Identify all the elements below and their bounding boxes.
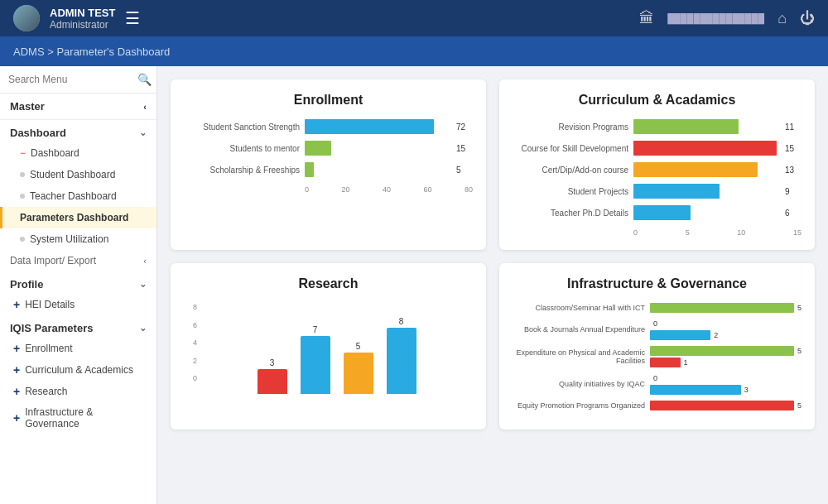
sidebar-item-infrastructure[interactable]: + Infrastructure & Governance: [0, 402, 156, 434]
hbar-bar-wrap: [633, 162, 777, 177]
infra-hbar-row: Equity Promotion Programs Organized5: [513, 401, 802, 410]
curriculum-title: Curriculum & Acadamics: [513, 93, 802, 108]
sidebar-item-enrollment[interactable]: + Enrollment: [0, 338, 156, 359]
infra-val1: 5: [797, 347, 802, 355]
infra-bar1: [650, 346, 794, 356]
user-role: Administrator: [50, 19, 115, 31]
home-icon[interactable]: ⌂: [777, 10, 787, 27]
hbar-row: Students to mentor15: [184, 141, 473, 156]
sidebar-section-label-iqis: IQIS Parameters: [10, 322, 93, 334]
sidebar-master[interactable]: Master ‹: [0, 94, 156, 120]
hbar-bar-wrap: [305, 119, 448, 134]
sidebar-section-data-import[interactable]: Data Import/ Export ‹: [0, 250, 156, 271]
vbar-value: 3: [270, 358, 275, 367]
breadcrumb-prefix: ADMS: [13, 46, 45, 58]
hbar-row: Student Sanction Strength72: [184, 119, 473, 134]
hbar-row: Revision Programs11: [513, 119, 802, 134]
hbar-row: Scholarship & Freeships5: [184, 162, 473, 177]
sidebar-item-student-dashboard[interactable]: Student Dashboard: [0, 164, 156, 185]
vbar-area: 3758: [200, 303, 473, 394]
hbar-label: Students to mentor: [184, 144, 300, 153]
hbar-bar-wrap: [633, 205, 777, 220]
enrollment-chart: Student Sanction Strength72Students to m…: [184, 119, 473, 194]
enrollment-title: Enrollment: [184, 93, 473, 108]
research-chart: 864203758: [184, 303, 473, 394]
research-card: Research 864203758: [171, 263, 486, 430]
infra-hbar-label: Equity Promotion Programs Organized: [513, 401, 645, 410]
sub-nav: ADMS > Parameter's Dashboard: [0, 36, 828, 66]
hbar-bar: [633, 119, 739, 134]
infra-bars-wrap: 5: [650, 401, 802, 410]
curriculum-chart: Revision Programs11Course for Skill Deve…: [513, 119, 802, 237]
infra-val2: 3: [744, 386, 749, 394]
infra-val2: 1: [684, 358, 688, 367]
infra-bar1: [650, 401, 794, 410]
hbar-label: Teacher Ph.D Details: [513, 209, 628, 218]
infra-bars-wrap: 02: [650, 319, 802, 340]
main-content: Enrollment Student Sanction Strength72St…: [157, 66, 828, 504]
hbar-row: Course for Skill Development15: [513, 141, 802, 156]
institution-name: ███████████████: [667, 13, 764, 23]
chevron-down-icon: ⌄: [139, 127, 147, 138]
sidebar-section-profile[interactable]: Profile ⌄: [0, 271, 156, 294]
infra-hbar-row: Classroom/Seminar Hall with ICT5: [513, 303, 802, 313]
chevron-down-icon2: ⌄: [139, 279, 147, 290]
infra-bar2: [650, 330, 710, 340]
hbar-value: 72: [456, 122, 473, 132]
vbar-col: 7: [301, 325, 330, 394]
search-input[interactable]: [8, 74, 132, 85]
sidebar: 🔍 Master ‹ Dashboard ⌄ − Dashboard Stude…: [0, 66, 157, 504]
vbar-value: 8: [399, 317, 404, 326]
hbar-label: Course for Skill Development: [513, 144, 628, 153]
institution-icon: 🏛: [639, 10, 654, 27]
infra-bars-wrap: 51: [650, 346, 802, 367]
sidebar-item-dashboard[interactable]: − Dashboard: [0, 142, 156, 164]
hbar-bar: [305, 141, 331, 156]
hbar-value: 15: [456, 144, 473, 153]
sidebar-section-iqis[interactable]: IQIS Parameters ⌄: [0, 315, 156, 338]
hamburger-icon[interactable]: ☰: [125, 8, 140, 28]
y-axis: 86420: [184, 303, 197, 394]
sidebar-item-parameters-dashboard[interactable]: Parameters Dashboard: [0, 207, 156, 228]
infra-hbar-row: Expenditure on Physical and Academic Fac…: [513, 346, 802, 367]
chevron-left-icon: ‹: [143, 102, 147, 112]
hbar-value: 15: [785, 144, 802, 153]
search-bar[interactable]: 🔍: [0, 66, 156, 94]
dashboard-grid: Enrollment Student Sanction Strength72St…: [171, 79, 815, 430]
vbar-value: 7: [313, 325, 318, 334]
sidebar-item-curriculum[interactable]: + Curriculum & Academics: [0, 359, 156, 381]
hbar-bar: [305, 119, 434, 134]
infra-hbar-label: Book & Journals Annual Expenditure: [513, 325, 645, 334]
sidebar-item-teacher-dashboard[interactable]: Teacher Dashboard: [0, 185, 156, 207]
sidebar-section-label-profile: Profile: [10, 278, 43, 290]
layout: 🔍 Master ‹ Dashboard ⌄ − Dashboard Stude…: [0, 66, 828, 504]
infra-val1: 5: [797, 401, 802, 410]
hbar-bar: [305, 162, 314, 177]
minus-icon: −: [20, 147, 26, 159]
infrastructure-chart: Classroom/Seminar Hall with ICT5Book & J…: [513, 303, 802, 410]
sidebar-item-research[interactable]: + Research: [0, 381, 156, 402]
curriculum-card: Curriculum & Acadamics Revision Programs…: [499, 79, 815, 250]
hbar-label: Scholarship & Freeships: [184, 166, 300, 175]
breadcrumb-current: Parameter's Dashboard: [56, 46, 170, 58]
hbar-value: 6: [785, 209, 802, 218]
vbar-bar: [301, 336, 330, 394]
infra-hbar-row: Book & Journals Annual Expenditure02: [513, 319, 802, 340]
vbar-bar: [258, 369, 287, 394]
sidebar-item-hei-details[interactable]: + HEI Details: [0, 294, 156, 315]
power-icon[interactable]: ⏻: [800, 10, 815, 27]
hbar-bar-wrap: [633, 141, 777, 156]
user-info: ADMIN TEST Administrator: [50, 7, 115, 31]
plus-icon4: +: [13, 385, 20, 398]
sidebar-section-dashboard[interactable]: Dashboard ⌄: [0, 120, 156, 142]
vbar-col: 3: [258, 358, 287, 394]
infra-hbar-row: Quality initiatives by IQAC03: [513, 373, 802, 395]
sidebar-item-system-utilization[interactable]: System Utilization: [0, 228, 156, 250]
hbar-value: 5: [456, 166, 473, 175]
chevron-left-icon2: ‹: [143, 256, 147, 266]
dot-icon: [20, 172, 25, 177]
breadcrumb-separator: >: [47, 46, 56, 58]
search-icon: 🔍: [137, 73, 152, 86]
hbar-bar-wrap: [633, 119, 777, 134]
hbar-label: Student Projects: [513, 187, 628, 196]
